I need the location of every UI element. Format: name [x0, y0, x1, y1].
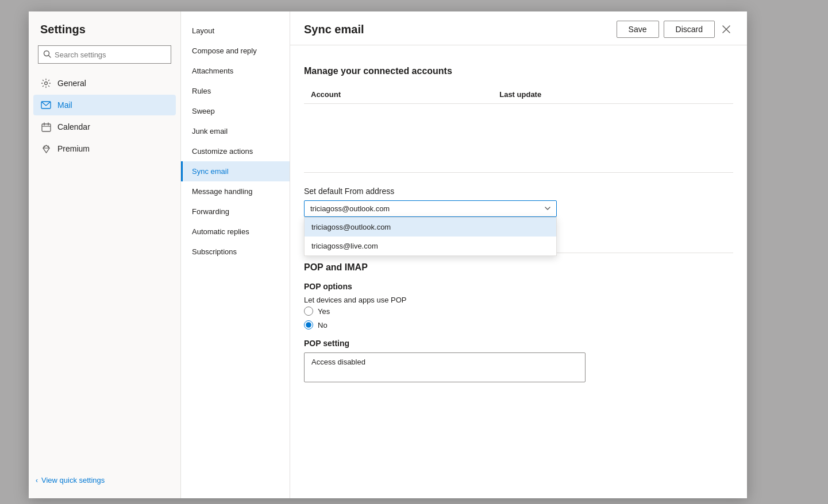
sidebar-item-general-label: General	[57, 79, 86, 88]
content-area: Sync email Save Discard Manage your conn…	[290, 11, 747, 498]
connected-accounts-title: Manage your connected accounts	[304, 66, 733, 76]
pop-no-radio[interactable]	[304, 320, 313, 329]
dropdown-option-outlook[interactable]: triciagoss@outlook.com	[305, 218, 556, 237]
pop-radio-group: Yes No	[304, 307, 733, 329]
sidebar-item-mail-label: Mail	[57, 100, 72, 110]
nav-panel-item-junk[interactable]: Junk email	[181, 121, 290, 141]
dropdown-option-live[interactable]: triciagoss@live.com	[305, 237, 556, 255]
radio-item-no[interactable]: No	[304, 320, 733, 329]
search-icon	[43, 50, 51, 60]
nav-panel: Layout Compose and reply Attachments Rul…	[181, 11, 290, 498]
settings-modal: Settings General	[29, 11, 747, 498]
close-button[interactable]	[719, 22, 733, 36]
nav-panel-item-auto-replies[interactable]: Automatic replies	[181, 222, 290, 242]
pop-imap-section: POP and IMAP POP options Let devices and…	[304, 253, 733, 382]
mail-icon	[40, 99, 52, 111]
sidebar-item-mail[interactable]: Mail	[33, 95, 176, 115]
devices-label: Let devices and apps use POP	[304, 296, 733, 304]
nav-panel-item-message-handling[interactable]: Message handling	[181, 181, 290, 201]
last-update-col-header: Last update	[492, 86, 733, 104]
radio-item-yes[interactable]: Yes	[304, 307, 733, 316]
sidebar-item-premium[interactable]: Premium	[33, 138, 176, 159]
pop-yes-label: Yes	[318, 307, 330, 316]
pop-options-title: POP options	[304, 282, 733, 291]
discard-button[interactable]: Discard	[664, 21, 715, 38]
content-body: Manage your connected accounts Account L…	[290, 57, 747, 498]
content-title: Sync email	[304, 23, 364, 36]
pop-setting-label: POP setting	[304, 339, 733, 348]
header-actions: Save Discard	[617, 21, 733, 38]
nav-panel-item-subscriptions[interactable]: Subscriptions	[181, 242, 290, 262]
pop-setting-box: Access disabled	[304, 352, 586, 382]
svg-line-1	[49, 55, 51, 57]
nav-panel-item-rules[interactable]: Rules	[181, 81, 290, 101]
calendar-icon	[40, 121, 52, 133]
chevron-left-icon: ‹	[36, 476, 38, 484]
dropdown-popup: triciagoss@outlook.com triciagoss@live.c…	[304, 217, 557, 256]
pop-yes-radio[interactable]	[304, 307, 313, 316]
sidebar-item-calendar[interactable]: Calendar	[33, 117, 176, 137]
gear-icon	[40, 77, 52, 89]
nav-panel-item-compose[interactable]: Compose and reply	[181, 41, 290, 61]
sidebar-title: Settings	[29, 23, 180, 45]
svg-point-2	[45, 82, 48, 85]
nav-panel-item-customize[interactable]: Customize actions	[181, 141, 290, 161]
svg-rect-4	[42, 124, 51, 131]
content-header: Sync email Save Discard	[290, 11, 747, 45]
sidebar-item-premium-label: Premium	[57, 144, 90, 153]
account-col-header: Account	[304, 86, 492, 104]
from-address-select[interactable]: triciagoss@outlook.com triciagoss@live.c…	[304, 200, 557, 217]
accounts-table: Account Last update	[304, 86, 733, 173]
nav-panel-item-layout[interactable]: Layout	[181, 21, 290, 41]
nav-panel-item-forwarding[interactable]: Forwarding	[181, 201, 290, 222]
header-divider	[290, 45, 747, 45]
nav-section: General Mail	[29, 73, 180, 159]
sidebar-item-general[interactable]: General	[33, 73, 176, 94]
back-link-label: View quick settings	[41, 476, 105, 484]
nav-panel-item-attachments[interactable]: Attachments	[181, 61, 290, 81]
from-address-section: Set default From address triciagoss@outl…	[304, 187, 733, 234]
nav-panel-item-sweep[interactable]: Sweep	[181, 101, 290, 121]
diamond-icon	[40, 143, 52, 154]
from-address-label: Set default From address	[304, 187, 733, 196]
nav-panel-item-sync[interactable]: Sync email	[181, 161, 290, 181]
table-row-empty	[304, 104, 733, 173]
save-button[interactable]: Save	[617, 21, 659, 38]
from-address-dropdown-wrapper: triciagoss@outlook.com triciagoss@live.c…	[304, 200, 557, 217]
sidebar: Settings General	[29, 11, 181, 498]
view-quick-settings-link[interactable]: ‹ View quick settings	[29, 471, 180, 489]
search-box[interactable]	[38, 45, 171, 64]
search-input[interactable]	[55, 51, 166, 59]
sidebar-item-calendar-label: Calendar	[57, 122, 90, 131]
pop-no-label: No	[318, 321, 328, 329]
